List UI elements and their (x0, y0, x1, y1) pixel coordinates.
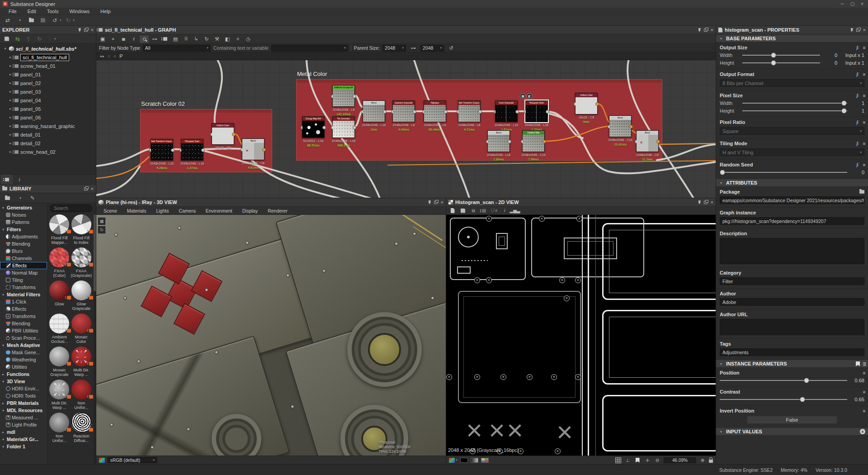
add-input-icon[interactable]: + (860, 429, 865, 434)
library-category-folder-1[interactable]: ▾Folder 1 (0, 443, 47, 450)
invert-position-toggle[interactable]: False (747, 416, 837, 424)
parent-size-height-select[interactable]: 2048▾ (420, 45, 444, 52)
options-icon[interactable]: ≡▾ (863, 162, 864, 167)
copy-image-icon[interactable]: ⧉ (470, 208, 477, 214)
add-folder-icon[interactable] (2, 194, 12, 202)
browse-icon[interactable] (859, 190, 864, 194)
graph-node[interactable]: Histogram Scan (181, 139, 203, 161)
compute-icon[interactable]: ↻ (202, 35, 211, 43)
library-asset[interactable]: Mosaic Grayscale (48, 347, 71, 377)
library-subcategory-weathering[interactable]: Weathering (0, 356, 47, 363)
tiling-mode-select[interactable]: H and V Tiling▾ (720, 148, 864, 156)
pin-icon[interactable] (429, 200, 431, 204)
library-asset[interactable]: ↖ ↑ ↗ ← → ↙ ↓ ↘ Multi Dir. Warp ... (48, 380, 71, 410)
menu-edit[interactable]: Edit (23, 9, 41, 14)
export-image-icon[interactable] (449, 208, 456, 214)
view3d-menu-camera[interactable]: Camera (174, 208, 200, 214)
options-icon[interactable]: ≡▾ (863, 72, 864, 77)
screenshot-icon[interactable]: ◙ (119, 35, 128, 43)
section-base-parameters[interactable]: ▾BASE PARAMETERS (716, 34, 868, 43)
library-subcategory-effects[interactable]: Effects (0, 305, 47, 313)
graph-node[interactable]: Uniform Color (575, 93, 598, 114)
parent-size-width-select[interactable]: 2048▾ (382, 45, 406, 52)
graph-node[interactable]: Histogram Scan (525, 100, 548, 122)
function-icon[interactable]: ƒ▾ (856, 162, 859, 167)
view3d-tab[interactable]: Plane (hi-res) - IRay - 3D VIEW (106, 200, 177, 205)
library-asset[interactable]: Ambient Occlusi... (48, 314, 71, 344)
library-asset[interactable]: Non Unifor... (48, 413, 71, 443)
library-subcategory-scan-proce-[interactable]: Scan Proce... (0, 334, 47, 342)
author-url-input[interactable] (720, 319, 864, 335)
minimize-button[interactable]: ─ (841, 1, 844, 6)
library-subcategory-transforms[interactable]: Transforms (0, 313, 47, 320)
containing-input[interactable]: ▾ (271, 45, 348, 52)
explorer-item[interactable]: ▸ panel_01 (0, 70, 96, 79)
pan-icon[interactable]: ✛ (644, 457, 651, 463)
search-icon[interactable] (140, 35, 149, 43)
open-icon[interactable] (26, 16, 36, 24)
graph-node[interactable]: Halftone Grunge 06 (332, 85, 355, 107)
float-icon[interactable] (856, 28, 860, 32)
tab-explorer-icon[interactable] (1, 175, 13, 184)
library-subcategory-1-click[interactable]: 1-Click (0, 298, 47, 305)
explorer-item[interactable]: ▸ screw_head_02 (0, 147, 96, 156)
graph-canvas[interactable]: Scratch Color 02 Metal Color (96, 60, 716, 198)
save-image-icon[interactable] (459, 208, 467, 214)
float-icon[interactable] (704, 201, 708, 204)
edit-icon[interactable]: ✎ (28, 194, 38, 202)
library-asset[interactable]: Reaction Diffusi... (71, 413, 93, 443)
zoom-out-icon[interactable]: ⊖ (654, 457, 661, 463)
graph-node[interactable]: Blend (487, 130, 510, 152)
close-icon[interactable]: × (91, 28, 94, 32)
new-substance-icon[interactable]: ⇄ (3, 16, 13, 24)
anchor-icon[interactable]: ⌗ (113, 54, 116, 59)
options-icon[interactable]: ≡▾ (863, 141, 864, 146)
uv-toggle[interactable]: UV▾ (491, 208, 498, 214)
explorer-item[interactable]: ▸ sci_fi_technical_hull (0, 53, 96, 62)
graph-node[interactable]: Blend × (636, 130, 659, 152)
save-package-icon[interactable] (2, 35, 12, 43)
function-icon[interactable]: ƒ▾ (856, 141, 859, 146)
new-package-icon[interactable]: ◔ (14, 16, 24, 24)
pixel-ratio-select[interactable]: Square▾ (720, 127, 864, 135)
function-icon[interactable]: ƒ▾ (856, 93, 859, 98)
flag-icon[interactable] (634, 457, 641, 463)
pixel-height-slider[interactable] (742, 108, 847, 114)
zoom-level[interactable]: 46.09% (664, 457, 696, 463)
view3d-menu-materials[interactable]: Materials (123, 208, 151, 214)
library-subcategory-adjustments[interactable]: Adjustments (0, 233, 47, 240)
explorer-package-row[interactable]: ▾ sci_fi_technical_hull.sbs* (0, 44, 96, 53)
explorer-item[interactable]: ▸ warning_hazard_graphic (0, 122, 96, 130)
preview-swatch[interactable] (481, 458, 489, 463)
link-size-icon[interactable]: ⊶ (409, 44, 418, 52)
function-icon[interactable]: ƒ▾ (856, 119, 859, 125)
description-input[interactable] (720, 238, 864, 264)
options-icon[interactable]: ≡▾ (863, 408, 864, 413)
output-height-slider[interactable] (742, 60, 820, 66)
explorer-item[interactable]: ▸ panel_02 (0, 79, 96, 87)
category-input[interactable]: Filter (720, 277, 864, 285)
library-scrollbar[interactable] (94, 214, 96, 464)
graph-tab[interactable]: sci_fi_technical_hull - GRAPH (105, 27, 176, 33)
pins-icon[interactable]: ⠿▾ (181, 35, 190, 43)
graph-node[interactable]: Uniform Color (212, 123, 234, 145)
library-subcategory-hdri-envir-[interactable]: HDRI Envir... (0, 385, 47, 392)
preset-dots-icon[interactable]: ●● (100, 54, 104, 58)
search-input[interactable] (50, 204, 92, 212)
library-category-mdl-resources[interactable]: ▾MDL Resources (0, 407, 47, 414)
tab-info-icon[interactable]: i (14, 175, 25, 184)
library-asset[interactable]: Flood Fill to Index (71, 214, 93, 245)
preset-menu-icon[interactable]: ≣▾ (863, 361, 865, 366)
library-subcategory-blending[interactable]: Blending (0, 240, 47, 247)
view3d-menu-scene[interactable]: Scene (99, 208, 122, 214)
tools-icon[interactable]: ⚒ (212, 35, 222, 43)
explorer-item[interactable]: ▸ screw_head_01 (0, 62, 96, 70)
height-inheritance[interactable]: Input x 1 (841, 60, 864, 66)
explorer-item[interactable]: ▸ panel_04 (0, 96, 96, 104)
node-type-select[interactable]: All▾ (143, 45, 211, 52)
author-input[interactable]: Adobe (720, 298, 864, 306)
library-subcategory-normal-map[interactable]: Normal Map (0, 269, 47, 276)
ruler-icon[interactable]: ⊥ (624, 457, 631, 463)
menu-file[interactable]: File (4, 9, 22, 14)
link-display-icon[interactable]: ⊶ (150, 35, 159, 43)
